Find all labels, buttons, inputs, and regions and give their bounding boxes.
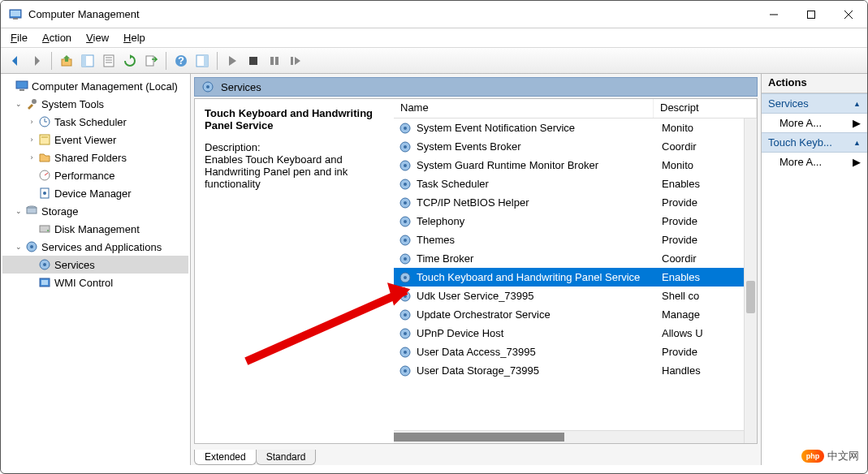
- tree-item[interactable]: Performance: [2, 166, 188, 184]
- service-row[interactable]: System Guard Runtime Monitor BrokerMonit…: [394, 156, 757, 175]
- tree-item[interactable]: ⌄System Tools: [2, 95, 188, 113]
- horizontal-scrollbar[interactable]: [394, 430, 744, 443]
- list-header[interactable]: Name Descript: [394, 99, 757, 118]
- tree-item-label: System Tools: [41, 98, 104, 110]
- expand-icon[interactable]: ⌄: [14, 242, 24, 252]
- expand-icon[interactable]: ›: [27, 135, 37, 144]
- forward-button[interactable]: [27, 51, 46, 71]
- tree-item[interactable]: ›Shared Folders: [2, 149, 188, 166]
- expand-icon[interactable]: ›: [27, 117, 37, 127]
- tree-item[interactable]: ›Event Viewer: [2, 131, 188, 149]
- service-row[interactable]: Task SchedulerEnables: [394, 175, 757, 193]
- service-desc: Coordir: [659, 140, 757, 153]
- show-actions-button[interactable]: [192, 51, 212, 71]
- menu-view[interactable]: View: [86, 32, 109, 44]
- service-row[interactable]: System Events BrokerCoordir: [394, 137, 757, 156]
- watermark-logo-icon: php: [801, 450, 824, 463]
- window-titlebar: Computer Management: [1, 1, 867, 28]
- service-row[interactable]: Touch Keyboard and Handwriting Panel Ser…: [394, 268, 757, 287]
- actions-more-selected[interactable]: More A...▶: [762, 153, 867, 171]
- watermark: php 中文网: [801, 449, 859, 463]
- menu-action[interactable]: Action: [42, 32, 71, 44]
- svg-rect-20: [270, 57, 274, 65]
- tree-item[interactable]: Computer Management (Local): [2, 77, 188, 95]
- expand-icon[interactable]: [27, 278, 37, 287]
- stop-service-button[interactable]: [244, 51, 263, 71]
- service-name: Telephony: [417, 215, 659, 227]
- maximize-button[interactable]: [792, 1, 830, 28]
- expand-icon[interactable]: [27, 188, 37, 198]
- tree-item[interactable]: WMI Control: [2, 274, 188, 291]
- svg-point-38: [47, 230, 49, 231]
- menu-help[interactable]: Help: [123, 32, 145, 44]
- service-desc: Enables: [659, 178, 757, 190]
- service-row[interactable]: User Data Access_73995Provide: [394, 343, 757, 361]
- service-row[interactable]: ThemesProvide: [394, 231, 757, 249]
- svg-point-42: [43, 263, 46, 266]
- tree-item[interactable]: ⌄Storage: [2, 202, 188, 220]
- svg-point-25: [32, 99, 37, 104]
- service-name: Time Broker: [417, 252, 659, 265]
- refresh-button[interactable]: [120, 51, 140, 71]
- close-button[interactable]: [830, 1, 867, 28]
- tab-extended[interactable]: Extended: [194, 450, 257, 465]
- tree-item-label: Task Scheduler: [54, 116, 127, 128]
- expand-icon[interactable]: [27, 224, 37, 234]
- svg-rect-24: [19, 89, 24, 91]
- expand-icon[interactable]: [27, 170, 37, 180]
- tree-item[interactable]: Disk Management: [2, 220, 188, 238]
- expand-icon[interactable]: ›: [27, 153, 37, 162]
- tree-item[interactable]: ›Task Scheduler: [2, 113, 188, 131]
- show-hide-tree-button[interactable]: [78, 51, 97, 71]
- tree-item-label: WMI Control: [54, 277, 113, 289]
- service-row[interactable]: Udk User Service_73995Shell co: [394, 287, 757, 305]
- menu-file[interactable]: File: [11, 32, 28, 44]
- services-list[interactable]: Name Descript System Event Notification …: [394, 99, 757, 443]
- vertical-scrollbar[interactable]: [744, 118, 757, 443]
- service-row[interactable]: TCP/IP NetBIOS HelperProvide: [394, 193, 757, 212]
- minimize-button[interactable]: [755, 1, 792, 28]
- start-service-button[interactable]: [222, 51, 242, 71]
- gear-icon: [201, 80, 214, 93]
- svg-rect-44: [41, 280, 48, 285]
- tree-item[interactable]: Services: [2, 256, 188, 274]
- svg-rect-9: [82, 55, 86, 67]
- service-row[interactable]: Update Orchestrator ServiceManage: [394, 305, 757, 324]
- properties-button[interactable]: [99, 51, 119, 71]
- expand-icon[interactable]: ⌄: [14, 99, 24, 109]
- back-button[interactable]: [6, 51, 25, 71]
- actions-group-services[interactable]: Services▲: [762, 93, 867, 114]
- service-name: Update Orchestrator Service: [417, 308, 659, 321]
- export-button[interactable]: [141, 51, 161, 71]
- tab-standard[interactable]: Standard: [256, 450, 317, 465]
- expand-icon[interactable]: ⌄: [14, 206, 24, 216]
- col-name[interactable]: Name: [394, 99, 654, 118]
- nav-tree[interactable]: Computer Management (Local)⌄System Tools…: [2, 77, 188, 291]
- service-name: Themes: [417, 234, 659, 246]
- expand-icon[interactable]: [27, 260, 37, 269]
- svg-rect-21: [275, 57, 279, 65]
- service-row[interactable]: User Data Storage_73995Handles: [394, 361, 757, 380]
- expand-icon[interactable]: [4, 81, 14, 91]
- tree-item-label: Storage: [41, 205, 79, 218]
- svg-point-34: [43, 192, 46, 195]
- tree-item[interactable]: ⌄Services and Applications: [2, 238, 188, 256]
- actions-more-services[interactable]: More A...▶: [762, 114, 867, 132]
- service-row[interactable]: System Event Notification ServiceMonito: [394, 118, 757, 137]
- col-description[interactable]: Descript: [654, 99, 757, 118]
- actions-group-selected[interactable]: Touch Keyb...▲: [762, 132, 867, 153]
- help-button[interactable]: ?: [171, 51, 191, 71]
- service-row[interactable]: TelephonyProvide: [394, 212, 757, 231]
- tree-item-label: Event Viewer: [54, 134, 116, 146]
- tree-item[interactable]: Device Manager: [2, 184, 188, 202]
- service-row[interactable]: UPnP Device HostAllows U: [394, 324, 757, 343]
- tree-item-label: Performance: [54, 170, 114, 182]
- pause-service-button[interactable]: [265, 51, 284, 71]
- service-row[interactable]: Time BrokerCoordir: [394, 249, 757, 268]
- restart-service-button[interactable]: [286, 51, 305, 71]
- svg-rect-19: [249, 57, 257, 65]
- window-title: Computer Management: [28, 8, 755, 20]
- service-name: System Events Broker: [417, 140, 659, 153]
- svg-point-70: [404, 332, 407, 335]
- up-button[interactable]: [57, 51, 76, 71]
